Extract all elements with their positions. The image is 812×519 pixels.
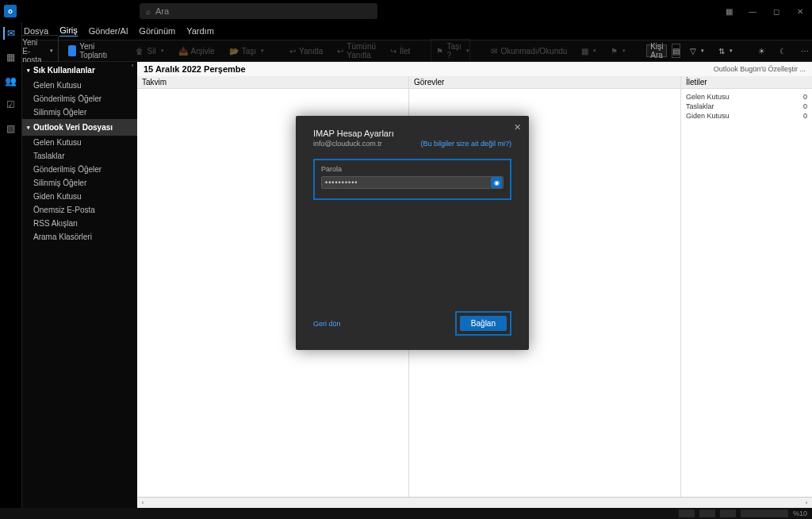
left-rail: ✉ ▦ 👥 ☑ ▧ [0, 22, 22, 508]
forward-icon: ↪ [390, 47, 396, 56]
more-button[interactable]: ⋯ [796, 44, 812, 58]
not-you-link[interactable]: (Bu bilgiler size ait değil mi?) [420, 140, 511, 148]
folder-item[interactable]: Taslaklar [22, 149, 137, 163]
dark-mode-button[interactable]: ☾ [775, 44, 791, 58]
new-email-label: Yeni E-posta [22, 38, 45, 64]
chevron-down-icon: ▾ [27, 125, 30, 131]
folder-item[interactable]: Önemsiz E-Posta [22, 203, 137, 217]
app-icon: o [4, 5, 17, 17]
message-row[interactable]: Taslaklar0 [686, 102, 807, 111]
archive-icon: 📥 [178, 47, 188, 56]
show-password-button[interactable]: ◉ [491, 177, 502, 188]
status-item[interactable] [679, 509, 695, 517]
message-row[interactable]: Giden Kutusu0 [686, 111, 807, 121]
collapse-pane-button[interactable]: ‹ [128, 62, 137, 71]
new-meeting-button[interactable]: Yeni Toplantı [63, 40, 115, 62]
ribbon-display-icon[interactable]: ▦ [717, 0, 741, 22]
menu-help[interactable]: Yardım [186, 26, 214, 36]
grid-icon: ▦ [581, 47, 588, 56]
customize-link[interactable]: Outlook Bugün'ü Özelleştir ... [714, 65, 806, 73]
back-link[interactable]: Geri dön [313, 320, 341, 328]
window-buttons: ▦ — ◻ ✕ [717, 0, 812, 22]
categorize-button[interactable]: ▦▾ [576, 44, 601, 58]
folder-item[interactable]: Silinmiş Öğeler [22, 106, 137, 119]
password-field-group: Parola ◉ [313, 159, 511, 200]
close-button[interactable]: ✕ [788, 0, 812, 22]
password-input[interactable] [321, 176, 504, 189]
menu-view[interactable]: Görünüm [139, 26, 175, 36]
folder-pane: ‹ ▾Sık Kullanılanlar Gelen Kutusu Gönder… [22, 62, 137, 508]
horizontal-scrollbar[interactable]: ‹ › [137, 497, 812, 508]
new-meeting-label: Yeni Toplantı [79, 42, 110, 60]
titlebar: o ⌕ Ara ▦ — ◻ ✕ [0, 0, 812, 22]
reply-all-button[interactable]: ↩ Tümünü Yanıtla [332, 40, 381, 62]
message-row[interactable]: Gelen Kutusu0 [686, 92, 807, 102]
datafile-header[interactable]: ▾Outlook Veri Dosyası [22, 119, 137, 136]
chevron-down-icon: ▾ [50, 48, 53, 54]
menubar: Dosya Giriş Gönder/Al Görünüm Yardım [0, 22, 812, 40]
folder-item[interactable]: Arama Klasörleri [22, 230, 137, 244]
folder-item[interactable]: Giden Kutusu [22, 190, 137, 203]
dialog-title: IMAP Hesap Ayarları [313, 129, 511, 138]
folder-item[interactable]: Gönderilmiş Öğeler [22, 92, 137, 106]
zoom-slider[interactable] [741, 509, 788, 517]
address-book-button[interactable]: ▤ [672, 44, 680, 58]
imap-settings-dialog: ✕ IMAP Hesap Ayarları info@clouduck.com.… [296, 116, 529, 350]
reply-all-icon: ↩ [337, 47, 343, 56]
move-icon: 📂 [229, 47, 239, 56]
light-mode-button[interactable]: ☀ [753, 44, 770, 58]
search-box[interactable]: ⌕ Ara [140, 3, 377, 19]
folder-item[interactable]: Gönderilmiş Öğeler [22, 163, 137, 176]
folder-item[interactable]: Gelen Kutusu [22, 136, 137, 149]
sort-icon: ⇅ [718, 47, 725, 56]
connect-button[interactable]: Bağlan [460, 316, 507, 331]
rail-more[interactable]: ▧ [5, 122, 17, 135]
envelope-icon: ✉ [491, 47, 497, 56]
flag-icon: ⚑ [611, 47, 618, 56]
messages-panel: İletiler Gelen Kutusu0 Taslaklar0 Giden … [681, 76, 812, 497]
favorites-header[interactable]: ▾Sık Kullanılanlar [22, 62, 137, 79]
scroll-right-icon[interactable]: › [801, 499, 812, 506]
archive-button[interactable]: 📥 Arşivle [174, 44, 220, 58]
filter-button[interactable]: ▽▾ [685, 44, 709, 58]
sort-button[interactable]: ⇅▾ [714, 44, 737, 58]
menu-send-receive[interactable]: Gönder/Al [89, 26, 128, 36]
status-item[interactable] [720, 509, 736, 517]
dialog-close-button[interactable]: ✕ [514, 122, 521, 133]
ellipsis-icon: ⋯ [801, 47, 809, 56]
calendar-panel-header: Takvim [137, 76, 408, 89]
folder-item[interactable]: RSS Akışları [22, 217, 137, 230]
status-bar: %10 [0, 508, 812, 519]
sun-icon: ☀ [758, 47, 765, 56]
search-people-input[interactable]: Kişi Ara [646, 44, 667, 57]
messages-list: Gelen Kutusu0 Taslaklar0 Giden Kutusu0 [681, 89, 812, 124]
minimize-button[interactable]: — [741, 0, 764, 22]
meeting-icon [68, 45, 76, 56]
maximize-button[interactable]: ◻ [764, 0, 788, 22]
reply-button[interactable]: ↩ Yanıtla [285, 44, 327, 58]
flag-mini-icon: ⚑ [436, 47, 443, 56]
delete-button[interactable]: 🗑 Sil▾ [131, 44, 168, 58]
read-unread-button[interactable]: ✉ Okunmadı/Okundu [486, 44, 572, 58]
menu-home[interactable]: Giriş [59, 25, 78, 37]
connect-button-highlight: Bağlan [455, 311, 511, 336]
rail-calendar[interactable]: ▦ [5, 51, 17, 63]
folder-item[interactable]: Silinmiş Öğeler [22, 176, 137, 190]
folder-item[interactable]: Gelen Kutusu [22, 79, 137, 92]
eye-icon: ◉ [494, 179, 500, 186]
move-to-dropdown[interactable]: ⚑ Taşı ?▾ [431, 39, 470, 63]
search-icon: ⌕ [146, 7, 151, 16]
move-button[interactable]: 📂 Taşı▾ [224, 44, 269, 58]
rail-mail[interactable]: ✉ [3, 27, 17, 40]
reply-icon: ↩ [289, 47, 296, 56]
messages-panel-header: İletiler [681, 76, 812, 89]
flag-button[interactable]: ⚑▾ [606, 44, 630, 58]
status-item[interactable] [699, 509, 715, 517]
rail-tasks[interactable]: ☑ [5, 98, 17, 111]
moon-icon: ☾ [779, 47, 787, 56]
tasks-panel-header: Görevler [409, 76, 680, 89]
rail-people[interactable]: 👥 [5, 75, 17, 87]
scroll-left-icon[interactable]: ‹ [137, 499, 148, 506]
forward-button[interactable]: ↪ İlet [385, 44, 415, 58]
filter-icon: ▽ [690, 47, 696, 56]
